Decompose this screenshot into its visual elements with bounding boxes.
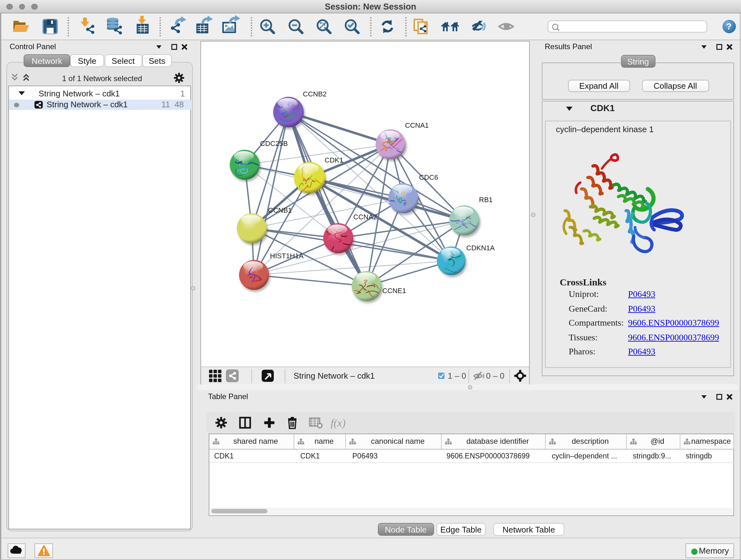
svg-text:CCNB2: CCNB2 [303, 90, 327, 98]
svg-text:CCNB1: CCNB1 [268, 206, 292, 214]
svg-text:f(x): f(x) [330, 417, 345, 429]
svg-text:HIST1H1A: HIST1H1A [270, 252, 304, 260]
svg-text:CDK1: CDK1 [325, 156, 343, 164]
svg-text:CDC6: CDC6 [419, 173, 438, 181]
svg-text:RB1: RB1 [479, 196, 493, 204]
svg-text:CCNA1: CCNA1 [405, 121, 429, 129]
svg-text:CDKN1A: CDKN1A [466, 244, 495, 252]
svg-text:CDC25B: CDC25B [260, 139, 288, 147]
svg-text:CCNE1: CCNE1 [382, 287, 406, 295]
svg-text:CCNA2: CCNA2 [353, 213, 377, 221]
